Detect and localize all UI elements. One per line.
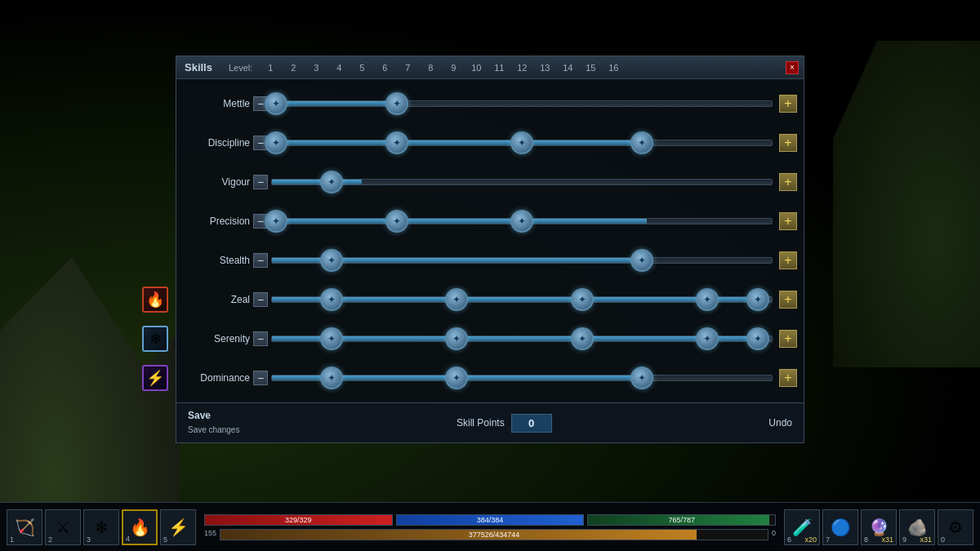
mettle-fill: [272, 101, 397, 106]
hotbar-icon-4: 🔥: [130, 518, 150, 537]
serenity-marker-4[interactable]: ✦: [696, 327, 719, 350]
panel-header: Skills Level: 1 2 3 4 5 6 7 8 9 10 11 12…: [176, 56, 804, 79]
skill-row-serenity: ❄ Serenity − ✦ ✦ ✦ ✦ ✦ +: [176, 319, 804, 358]
hotbar-slot-5[interactable]: ⚡ 5: [160, 509, 196, 545]
mettle-marker-2[interactable]: ✦: [385, 92, 408, 115]
hotbar-slot-1[interactable]: 🏹 1: [7, 509, 42, 545]
skill-row-stealth: Stealth − ✦ ✦ +: [176, 241, 804, 280]
terrain-right: [833, 41, 980, 367]
level-2: 2: [282, 63, 305, 73]
hotbar-slot-3[interactable]: ❄ 3: [83, 509, 119, 545]
stealth-marker-2[interactable]: ✦: [630, 249, 653, 272]
discipline-marker-4[interactable]: ✦: [630, 131, 653, 154]
zeal-plus-button[interactable]: +: [779, 291, 797, 309]
level-6: 6: [373, 63, 396, 73]
skill-name-zeal: Zeal: [183, 294, 250, 305]
right-slot-0[interactable]: ⚙ 0: [938, 509, 973, 545]
right-slot-num-9: 9: [902, 535, 906, 544]
zeal-marker-2[interactable]: ✦: [445, 288, 468, 311]
level-1: 1: [259, 63, 282, 73]
level-numbers: 1 2 3 4 5 6 7 8 9 10 11 12 13 14 15 16: [259, 63, 625, 73]
vigour-marker-1[interactable]: ✦: [320, 171, 343, 193]
discipline-marker-2[interactable]: ✦: [385, 131, 408, 154]
precision-marker-3[interactable]: ✦: [510, 210, 533, 233]
discipline-plus-button[interactable]: +: [779, 134, 797, 152]
xp-bar-labels: 155 377526/434744 0: [204, 529, 776, 540]
stealth-slider[interactable]: ✦ ✦: [271, 255, 773, 266]
discipline-slider[interactable]: ✦ ✦ ✦ ✦: [271, 137, 773, 149]
vigour-plus-button[interactable]: +: [779, 173, 797, 191]
right-slot-9[interactable]: 🪨 x31 9: [899, 509, 935, 545]
right-slot-icon-6: 🧪: [792, 518, 813, 537]
serenity-marker-2[interactable]: ✦: [445, 327, 468, 350]
discipline-marker-1[interactable]: ✦: [265, 131, 287, 154]
stealth-minus-button[interactable]: −: [253, 253, 268, 268]
zeal-side-icon: 🔥: [142, 287, 168, 313]
zeal-marker-3[interactable]: ✦: [571, 288, 594, 311]
right-slot-count-8: x31: [881, 535, 893, 544]
stealth-marker-1[interactable]: ✦: [320, 249, 343, 272]
right-slot-num-8: 8: [864, 535, 868, 544]
serenity-marker-3[interactable]: ✦: [571, 327, 594, 350]
mettle-marker-1[interactable]: ✦: [265, 92, 287, 115]
mana-bar-track: 384/384: [396, 514, 585, 526]
bottom-bar: 🏹 1 ⚔ 2 ❄ 3 🔥 4 ⚡ 5 329/329 384/: [0, 502, 980, 551]
dominance-marker-2[interactable]: ✦: [445, 367, 468, 389]
panel-footer: Save Save changes Skill Points 0 Undo: [176, 402, 804, 442]
right-slot-7[interactable]: 🔵 7: [822, 509, 858, 545]
dominance-marker-1[interactable]: ✦: [320, 367, 343, 389]
precision-marker-2[interactable]: ✦: [385, 210, 408, 233]
serenity-marker-1[interactable]: ✦: [320, 327, 343, 350]
hotbar-num-4: 4: [126, 535, 130, 543]
hotbar-slot-2[interactable]: ⚔ 2: [45, 509, 81, 545]
skill-points-label: Skill Points: [457, 417, 505, 429]
skill-row-precision: Precision − ✦ ✦ ✦ +: [176, 202, 804, 241]
close-button[interactable]: ×: [786, 61, 799, 74]
hotbar-slot-4[interactable]: 🔥 4: [122, 509, 158, 545]
stealth-plus-button[interactable]: +: [779, 251, 797, 269]
precision-marker-1[interactable]: ✦: [265, 210, 287, 233]
serenity-plus-button[interactable]: +: [779, 330, 797, 348]
xp-right-num: 0: [772, 529, 776, 540]
right-slot-num-6: 6: [787, 535, 791, 544]
right-slot-8[interactable]: 🔮 x31 8: [861, 509, 897, 545]
undo-button[interactable]: Undo: [768, 417, 792, 429]
zeal-minus-button[interactable]: −: [253, 292, 268, 307]
precision-slider[interactable]: ✦ ✦ ✦: [271, 216, 773, 227]
zeal-marker-4[interactable]: ✦: [696, 288, 719, 311]
mettle-slider[interactable]: ✦ ✦: [271, 98, 773, 109]
skill-name-serenity: Serenity: [183, 333, 250, 344]
serenity-minus-button[interactable]: −: [253, 331, 268, 346]
zeal-fill: [272, 297, 767, 302]
level-4: 4: [327, 63, 350, 73]
dominance-minus-button[interactable]: −: [253, 371, 268, 385]
dominance-plus-button[interactable]: +: [779, 369, 797, 387]
precision-plus-button[interactable]: +: [779, 212, 797, 230]
right-slot-6[interactable]: 🧪 x20 6: [784, 509, 820, 545]
dominance-marker-3[interactable]: ✦: [630, 367, 653, 389]
vigour-slider[interactable]: ✦: [271, 176, 773, 188]
right-slots: 🧪 x20 6 🔵 7 🔮 x31 8 🪨 x31 9 ⚙ 0: [784, 509, 973, 545]
vigour-minus-button[interactable]: −: [253, 175, 268, 189]
health-bar-text: 329/329: [285, 516, 312, 524]
dominance-slider[interactable]: ✦ ✦ ✦: [271, 372, 773, 384]
zeal-marker-5[interactable]: ✦: [746, 288, 769, 311]
serenity-slider[interactable]: ✦ ✦ ✦ ✦ ✦: [271, 333, 773, 344]
zeal-marker-1[interactable]: ✦: [320, 288, 343, 311]
vigour-fill: [272, 180, 362, 184]
zeal-slider[interactable]: ✦ ✦ ✦ ✦ ✦: [271, 294, 773, 305]
discipline-marker-3[interactable]: ✦: [510, 131, 533, 154]
skill-row-vigour: Vigour − ✦ +: [176, 162, 804, 202]
level-12: 12: [510, 63, 533, 73]
level-15: 15: [579, 63, 602, 73]
hotbar-num-5: 5: [163, 535, 167, 544]
serenity-marker-5[interactable]: ✦: [746, 327, 769, 350]
skill-name-discipline: Discipline: [183, 137, 250, 149]
xp-bar-row-health: 329/329 384/384 765/787: [204, 514, 776, 526]
save-button[interactable]: Save: [188, 410, 239, 421]
skill-name-stealth: Stealth: [183, 255, 250, 266]
stamina-bar-text: 765/787: [668, 516, 695, 524]
xp-bars: 329/329 384/384 765/787 155 377526/43474…: [196, 514, 784, 540]
hotbar-icon-3: ❄: [95, 518, 109, 537]
mettle-plus-button[interactable]: +: [779, 95, 797, 113]
